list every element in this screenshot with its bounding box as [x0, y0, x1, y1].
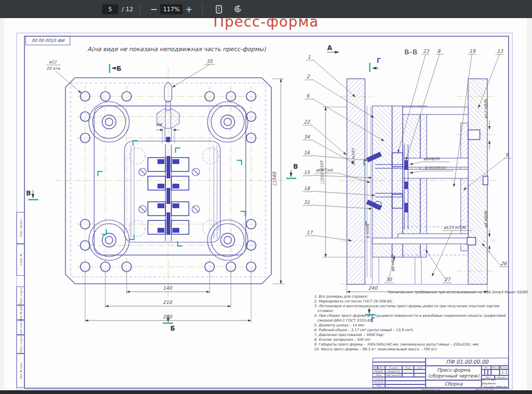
- margin-label: Взам. инв. №: [19, 319, 22, 335]
- zoom-in-button[interactable]: +: [182, 4, 195, 14]
- massa-header: Масса: [491, 366, 500, 370]
- rotate-icon: [233, 4, 243, 14]
- fit-6h7k6: ø6Н7/к6: [316, 168, 334, 173]
- svg-text:6: 6: [306, 93, 310, 98]
- fit-125: ø125 Н7/f6: [444, 225, 467, 230]
- technical-requirements: Технические требования при использовании…: [314, 290, 513, 352]
- fit-3h10: 3 Н10/h10: [425, 166, 446, 170]
- org-line1: МГТУ им. Баумана: [482, 379, 508, 385]
- section-plates: [347, 79, 488, 284]
- margin-label: Перв. примен.: [19, 219, 22, 237]
- part-name-line2: (сборочный чертеж): [428, 373, 479, 379]
- stage-label: Сборка: [426, 380, 481, 388]
- doc-number: ПФ 01.00.00.00: [426, 358, 509, 366]
- fit-8h8f6-right: ø8 Н8/f6: [484, 210, 488, 228]
- svg-text:2: 2: [306, 74, 310, 79]
- kopiroval-label: Копировал: [421, 388, 439, 392]
- callout-35: 35: [206, 59, 213, 64]
- svg-text:23: 23: [423, 48, 430, 54]
- corner-stamp-text: 00 00 0010 ФИ: [31, 38, 64, 43]
- section-view: В–В А Г Г: [303, 44, 511, 324]
- lit-header: Лит.: [481, 366, 491, 370]
- zoom-out-button[interactable]: −: [147, 4, 160, 14]
- col-list: Лист: [378, 366, 385, 370]
- row-prov: Пров.: [372, 373, 385, 377]
- fit-150: □150 Н7/f7: [320, 160, 325, 184]
- margin-cell: Инв. № подл.: [16, 354, 24, 388]
- svg-text:26: 26: [501, 261, 508, 266]
- list-label: Лист: [481, 375, 495, 379]
- fit-to-page-button[interactable]: [214, 5, 223, 14]
- masshtab-header: Масштаб: [500, 366, 509, 370]
- margin-label: Подп. и дата: [19, 336, 22, 352]
- section-mark-b-top: Б: [117, 65, 121, 72]
- pdf-toolbar: 5 / 12 − 117% +: [0, 0, 532, 18]
- tech-req-item: 10. Масса пресс-формы – 99,3 кг, (максим…: [314, 347, 513, 352]
- row-utv: Утв.: [372, 384, 385, 388]
- svg-text:16: 16: [304, 150, 311, 155]
- view-a-note: А(на виде не показана неподвижная часть …: [87, 46, 266, 53]
- thread-label: М8: [156, 122, 162, 127]
- dim-140: 140: [163, 285, 172, 291]
- corner-stamp: 00 00 0010 ФИ: [26, 36, 70, 45]
- tech-req-item: 4. При сборке пресс-формы все трущиеся п…: [314, 314, 513, 323]
- cavity-pocket: [124, 141, 220, 242]
- svg-text:13: 13: [497, 48, 504, 54]
- view-mark-a: А: [327, 44, 332, 52]
- margin-label: Подп. и дата: [19, 288, 22, 304]
- margin-label: Инв. № подл.: [19, 362, 22, 379]
- organization: МГТУ им. Баумана Группа МТ5-81: [481, 379, 509, 388]
- plan-view: А(на виде не показана неподвижная часть …: [26, 46, 298, 332]
- svg-text:34: 34: [304, 134, 310, 139]
- tech-req-item: 8. Усилие запирания – 500 кН;: [314, 338, 513, 342]
- title-block: ПФ 01.00.00.00 Изм. Лист № докум. Подп. …: [372, 358, 509, 388]
- org-line2: Группа МТ5-81: [484, 385, 506, 388]
- zoom-level-input[interactable]: 117%: [160, 4, 182, 14]
- scale-value: 1:1: [500, 370, 509, 375]
- svg-text:31: 31: [304, 200, 310, 205]
- callouts-left: 1 2 6 22 34 16 15 18 31 17: [303, 54, 384, 241]
- margin-cell: Перв. примен.: [16, 212, 24, 244]
- margin-cell: Подп. и дата: [16, 335, 24, 354]
- hole-dia-label: ø12: [49, 60, 57, 64]
- row-tkontr: Т.контр.: [372, 377, 385, 381]
- tech-req-item: 2. Маркировать согласно ГОСТ 26.008-85;: [314, 299, 513, 304]
- margin-label: Справ. №: [19, 254, 22, 266]
- margin-cell: Справ. №: [16, 244, 24, 276]
- page-number-input[interactable]: 5: [102, 4, 118, 14]
- svg-text:18: 18: [304, 186, 311, 191]
- fit-page-icon: [214, 5, 223, 14]
- tech-req-item: 6. Рабочий объем – 3,17 см³ (допустимый …: [314, 328, 513, 333]
- tech-req-item: 7. Давление прессования – 3000 бар;: [314, 333, 513, 338]
- margin-label: Инв. № дубл.: [19, 304, 22, 321]
- margin-cell: Подп. и дата: [16, 286, 24, 305]
- fit-6h7f6: 6 Н7/f6: [365, 223, 370, 239]
- section-mark-v-left: В: [26, 190, 31, 197]
- svg-text:27: 27: [444, 277, 451, 282]
- rotate-button[interactable]: [233, 4, 243, 14]
- section-mark-g-top: Г: [377, 57, 381, 64]
- frame-margin-column: Перв. примен. Справ. № Подп. и дата Инв.…: [16, 212, 24, 388]
- prov-name: Карташов М.: [385, 373, 402, 377]
- margin-cell: Инв. № дубл.: [16, 305, 24, 320]
- toolbar-divider: [202, 4, 203, 14]
- col-izm: Изм.: [372, 366, 378, 370]
- svg-text:15: 15: [304, 170, 311, 175]
- tech-req-item: 1. Все размеры для справок;: [314, 294, 513, 299]
- cavity-cluster: [129, 144, 219, 241]
- guide-bushings: [89, 102, 248, 260]
- svg-text:17: 17: [306, 230, 313, 235]
- toolbar-divider: [140, 4, 140, 14]
- tech-req-item: 5. Диаметр шнека – 14 мм;: [314, 323, 513, 328]
- tech-req-title: Технические требования при использовании…: [387, 290, 513, 294]
- tech-req-item: 3. Литниковую и вентиляционную системы п…: [314, 304, 513, 314]
- tech-req-item: 9. Габариты пресс-формы – 340х340х240 мм…: [314, 342, 513, 347]
- part-name-line1: Пресс-форма: [437, 367, 470, 373]
- svg-text:19: 19: [469, 48, 476, 54]
- fit-6h8f9: ø6Н8/f9: [423, 157, 440, 161]
- dim-210: 210: [163, 300, 172, 305]
- svg-text:22: 22: [304, 119, 311, 125]
- col-data: Дата: [414, 366, 426, 370]
- fit-12h8f6: ø12 Н8/f6: [484, 98, 488, 119]
- margin-cell: Взам. инв. №: [16, 320, 24, 335]
